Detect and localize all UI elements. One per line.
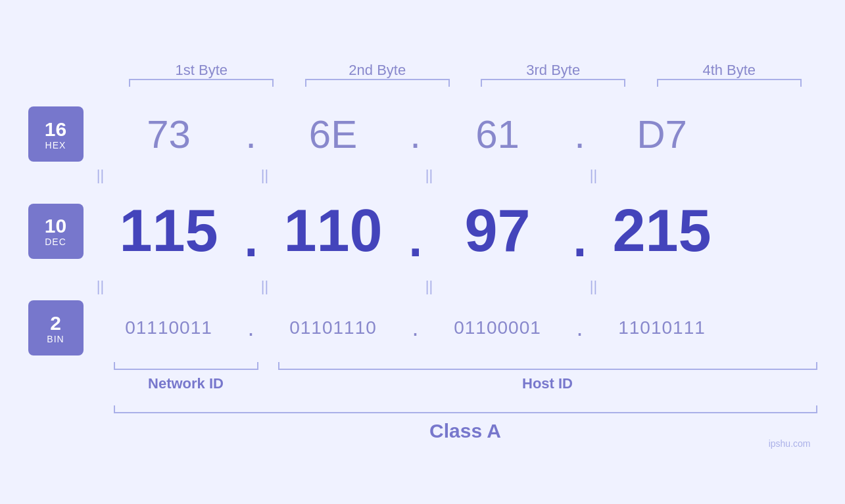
dec-badge: 10 DEC [28, 204, 84, 259]
eq1-4: || [521, 167, 666, 184]
eq2-1: || [28, 278, 173, 295]
bottom-brackets [114, 362, 817, 370]
eq2-3: || [357, 278, 502, 295]
bin-row: 2 BIN 01110011 . 01101110 . 01100001 . 1… [28, 300, 817, 355]
class-label: Class A [114, 420, 817, 442]
bin-base-number: 2 [50, 312, 61, 334]
dec-dot-3: . [570, 189, 590, 273]
byte-headers-row: 1st Byte 2nd Byte 3rd Byte 4th Byte [114, 62, 817, 79]
hex-values: 73 . 6E . 61 . D7 [97, 112, 817, 157]
bin-byte-4: 11010111 [590, 317, 735, 338]
top-bracket-1 [129, 79, 274, 87]
byte-header-1: 1st Byte [129, 62, 274, 79]
dec-values: 115 . 110 . 97 . 215 [97, 189, 817, 273]
equals-row-2: || || || || [28, 278, 817, 295]
hex-base-number: 16 [45, 118, 66, 140]
hex-base-label: HEX [45, 140, 66, 150]
bin-dot-3: . [570, 314, 590, 342]
top-brackets [114, 79, 817, 87]
hex-byte-3: 61 [425, 112, 570, 157]
dec-byte-2: 110 [261, 197, 406, 265]
bin-dot-1: . [241, 314, 261, 342]
class-bracket [114, 405, 817, 413]
eq2-4: || [521, 278, 666, 295]
bin-badge: 2 BIN [28, 300, 84, 355]
id-labels: Network ID Host ID [114, 375, 817, 392]
bin-dot-2: . [406, 314, 425, 342]
bin-base-label: BIN [47, 334, 64, 344]
bin-byte-3: 01100001 [425, 317, 570, 338]
watermark: ipshu.com [769, 438, 811, 449]
hex-byte-1: 73 [97, 112, 241, 157]
label-spacer [258, 375, 278, 392]
hex-dot-1: . [241, 112, 261, 157]
eq1-2: || [193, 167, 337, 184]
eq1-1: || [28, 167, 173, 184]
hex-row: 16 HEX 73 . 6E . 61 . D7 [28, 106, 817, 162]
host-id-bracket [278, 362, 817, 370]
network-id-bracket [114, 362, 258, 370]
top-bracket-2 [305, 79, 450, 87]
hex-dot-3: . [570, 112, 590, 157]
bracket-spacer-1 [258, 362, 278, 370]
eq1-3: || [357, 167, 502, 184]
main-container: 1st Byte 2nd Byte 3rd Byte 4th Byte 16 H… [28, 49, 817, 455]
class-section: Class A [114, 405, 817, 442]
bin-byte-2: 01101110 [261, 317, 406, 338]
top-bracket-3 [481, 79, 625, 87]
hex-byte-4: D7 [590, 112, 735, 157]
network-id-label: Network ID [114, 375, 258, 392]
host-id-label: Host ID [278, 375, 817, 392]
dec-row: 10 DEC 115 . 110 . 97 . 215 [28, 189, 817, 273]
hex-dot-2: . [406, 112, 425, 157]
dec-byte-3: 97 [425, 197, 570, 265]
dec-base-label: DEC [45, 237, 66, 247]
hex-byte-2: 6E [261, 112, 406, 157]
dec-dot-1: . [241, 189, 261, 273]
eq2-2: || [193, 278, 337, 295]
bin-values: 01110011 . 01101110 . 01100001 . 1101011… [97, 314, 817, 342]
dec-byte-1: 115 [97, 197, 241, 265]
top-bracket-4 [657, 79, 802, 87]
bin-byte-1: 01110011 [97, 317, 241, 338]
byte-header-2: 2nd Byte [305, 62, 450, 79]
dec-dot-2: . [406, 189, 425, 273]
dec-base-number: 10 [45, 215, 66, 237]
dec-byte-4: 215 [590, 197, 735, 265]
equals-row-1: || || || || [28, 167, 817, 184]
byte-header-3: 3rd Byte [481, 62, 625, 79]
byte-header-4: 4th Byte [657, 62, 802, 79]
hex-badge: 16 HEX [28, 106, 84, 162]
